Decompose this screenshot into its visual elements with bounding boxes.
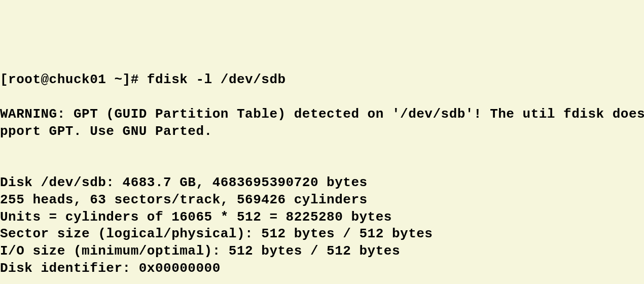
io-size-line: I/O size (minimum/optimal): 512 bytes / … xyxy=(0,243,644,260)
command-line-1: [root@chuck01 ~]# fdisk -l /dev/sdb xyxy=(0,72,644,89)
disk-id-line: Disk identifier: 0x00000000 xyxy=(0,260,644,277)
command-text: fdisk -l /dev/sdb xyxy=(147,72,286,87)
blank-line xyxy=(0,157,644,174)
geometry-line: 255 heads, 63 sectors/track, 569426 cyli… xyxy=(0,192,644,209)
blank-line xyxy=(0,277,644,284)
blank-line xyxy=(0,89,644,106)
terminal-output[interactable]: [root@chuck01 ~]# fdisk -l /dev/sdb WARN… xyxy=(0,72,644,284)
blank-line xyxy=(0,140,644,157)
shell-prompt: [root@chuck01 ~]# xyxy=(0,72,147,87)
warning-line-2: pport GPT. Use GNU Parted. xyxy=(0,123,644,140)
disk-info-line: Disk /dev/sdb: 4683.7 GB, 4683695390720 … xyxy=(0,174,644,192)
warning-line-1: WARNING: GPT (GUID Partition Table) dete… xyxy=(0,106,644,123)
sector-size-line: Sector size (logical/physical): 512 byte… xyxy=(0,226,644,243)
units-line: Units = cylinders of 16065 * 512 = 82252… xyxy=(0,209,644,226)
